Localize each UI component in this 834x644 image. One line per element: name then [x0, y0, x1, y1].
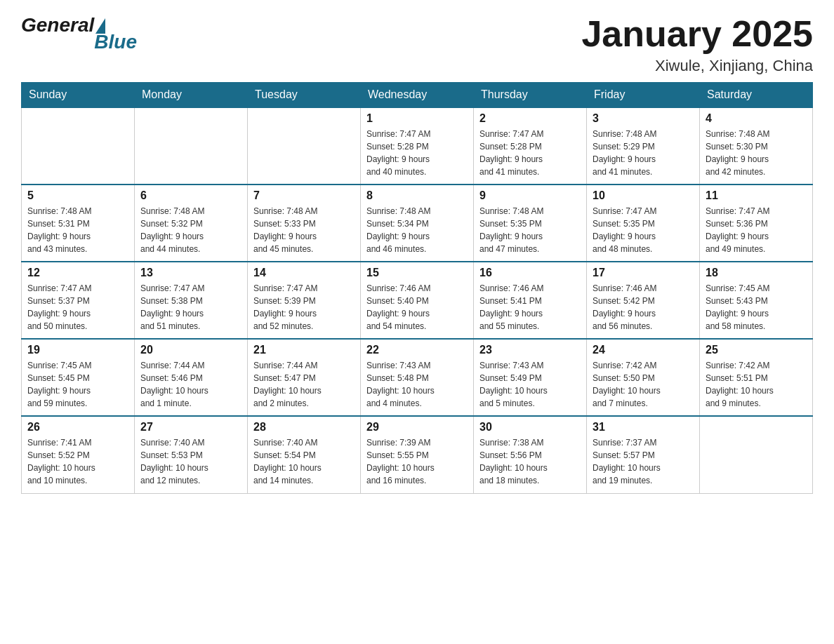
calendar-cell — [135, 107, 248, 185]
day-number: 22 — [366, 344, 468, 356]
day-info: Sunrise: 7:46 AM Sunset: 5:42 PM Dayligh… — [593, 282, 694, 333]
calendar-cell: 5Sunrise: 7:48 AM Sunset: 5:31 PM Daylig… — [22, 185, 135, 262]
logo: General General Blue — [21, 14, 137, 56]
day-info: Sunrise: 7:40 AM Sunset: 5:53 PM Dayligh… — [140, 436, 241, 487]
day-info: Sunrise: 7:41 AM Sunset: 5:52 PM Dayligh… — [27, 436, 128, 487]
calendar-cell: 11Sunrise: 7:47 AM Sunset: 5:36 PM Dayli… — [700, 185, 813, 262]
day-info: Sunrise: 7:37 AM Sunset: 5:57 PM Dayligh… — [593, 436, 694, 487]
calendar-cell: 8Sunrise: 7:48 AM Sunset: 5:34 PM Daylig… — [361, 185, 474, 262]
day-number: 18 — [706, 267, 807, 279]
day-info: Sunrise: 7:44 AM Sunset: 5:47 PM Dayligh… — [253, 359, 355, 410]
calendar-cell: 9Sunrise: 7:48 AM Sunset: 5:35 PM Daylig… — [474, 185, 587, 262]
calendar-cell: 31Sunrise: 7:37 AM Sunset: 5:57 PM Dayli… — [587, 416, 700, 493]
calendar-cell: 22Sunrise: 7:43 AM Sunset: 5:48 PM Dayli… — [361, 339, 474, 416]
day-info: Sunrise: 7:42 AM Sunset: 5:51 PM Dayligh… — [706, 359, 807, 410]
day-info: Sunrise: 7:48 AM Sunset: 5:31 PM Dayligh… — [27, 205, 128, 255]
calendar-cell: 24Sunrise: 7:42 AM Sunset: 5:50 PM Dayli… — [587, 339, 700, 416]
day-number: 26 — [27, 421, 128, 434]
calendar-cell: 12Sunrise: 7:47 AM Sunset: 5:37 PM Dayli… — [22, 262, 135, 339]
day-info: Sunrise: 7:48 AM Sunset: 5:29 PM Dayligh… — [593, 128, 694, 178]
day-number: 27 — [140, 421, 241, 434]
calendar-cell: 23Sunrise: 7:43 AM Sunset: 5:49 PM Dayli… — [474, 339, 587, 416]
calendar-week-2: 5Sunrise: 7:48 AM Sunset: 5:31 PM Daylig… — [22, 185, 813, 262]
day-number: 25 — [706, 344, 807, 356]
calendar-cell: 14Sunrise: 7:47 AM Sunset: 5:39 PM Dayli… — [248, 262, 361, 339]
calendar-cell: 4Sunrise: 7:48 AM Sunset: 5:30 PM Daylig… — [700, 107, 813, 185]
calendar-cell: 6Sunrise: 7:48 AM Sunset: 5:32 PM Daylig… — [135, 185, 248, 262]
calendar-cell: 30Sunrise: 7:38 AM Sunset: 5:56 PM Dayli… — [474, 416, 587, 493]
title-area: January 2025 Xiwule, Xinjiang, China — [581, 14, 813, 75]
calendar-cell: 2Sunrise: 7:47 AM Sunset: 5:28 PM Daylig… — [474, 107, 587, 185]
day-number: 17 — [593, 267, 694, 279]
day-info: Sunrise: 7:48 AM Sunset: 5:34 PM Dayligh… — [366, 205, 468, 255]
calendar-week-5: 26Sunrise: 7:41 AM Sunset: 5:52 PM Dayli… — [22, 416, 813, 493]
calendar-cell: 13Sunrise: 7:47 AM Sunset: 5:38 PM Dayli… — [135, 262, 248, 339]
calendar-table: SundayMondayTuesdayWednesdayThursdayFrid… — [21, 82, 813, 494]
day-info: Sunrise: 7:48 AM Sunset: 5:32 PM Dayligh… — [140, 205, 241, 255]
day-info: Sunrise: 7:42 AM Sunset: 5:50 PM Dayligh… — [593, 359, 694, 410]
calendar-cell: 26Sunrise: 7:41 AM Sunset: 5:52 PM Dayli… — [22, 416, 135, 493]
calendar-header-tuesday: Tuesday — [248, 83, 361, 108]
calendar-cell: 18Sunrise: 7:45 AM Sunset: 5:43 PM Dayli… — [700, 262, 813, 339]
day-number: 24 — [593, 344, 694, 356]
day-number: 13 — [140, 267, 241, 279]
month-title: January 2025 — [581, 14, 813, 54]
calendar-cell: 20Sunrise: 7:44 AM Sunset: 5:46 PM Dayli… — [135, 339, 248, 416]
day-info: Sunrise: 7:43 AM Sunset: 5:48 PM Dayligh… — [366, 359, 468, 410]
calendar-cell — [248, 107, 361, 185]
day-info: Sunrise: 7:47 AM Sunset: 5:37 PM Dayligh… — [27, 282, 128, 333]
day-info: Sunrise: 7:48 AM Sunset: 5:33 PM Dayligh… — [253, 205, 355, 255]
day-number: 23 — [479, 344, 581, 356]
calendar-header-sunday: Sunday — [22, 83, 135, 108]
day-info: Sunrise: 7:44 AM Sunset: 5:46 PM Dayligh… — [140, 359, 241, 410]
day-info: Sunrise: 7:47 AM Sunset: 5:28 PM Dayligh… — [366, 128, 468, 178]
day-number: 16 — [479, 267, 581, 279]
page-header: General General Blue January 2025 Xiwule… — [21, 14, 813, 75]
location-text: Xiwule, Xinjiang, China — [581, 57, 813, 75]
logo-blue-text: Blue — [94, 31, 137, 53]
calendar-week-1: 1Sunrise: 7:47 AM Sunset: 5:28 PM Daylig… — [22, 107, 813, 185]
calendar-cell: 29Sunrise: 7:39 AM Sunset: 5:55 PM Dayli… — [361, 416, 474, 493]
day-number: 4 — [706, 112, 807, 125]
calendar-cell — [22, 107, 135, 185]
calendar-cell: 7Sunrise: 7:48 AM Sunset: 5:33 PM Daylig… — [248, 185, 361, 262]
day-number: 20 — [140, 344, 241, 356]
day-info: Sunrise: 7:48 AM Sunset: 5:30 PM Dayligh… — [706, 128, 807, 178]
day-info: Sunrise: 7:47 AM Sunset: 5:38 PM Dayligh… — [140, 282, 241, 333]
calendar-cell: 28Sunrise: 7:40 AM Sunset: 5:54 PM Dayli… — [248, 416, 361, 493]
calendar-header-friday: Friday — [587, 83, 700, 108]
day-info: Sunrise: 7:45 AM Sunset: 5:45 PM Dayligh… — [27, 359, 128, 410]
day-info: Sunrise: 7:47 AM Sunset: 5:39 PM Dayligh… — [253, 282, 355, 333]
calendar-header-monday: Monday — [135, 83, 248, 108]
calendar-header-wednesday: Wednesday — [361, 83, 474, 108]
calendar-week-4: 19Sunrise: 7:45 AM Sunset: 5:45 PM Dayli… — [22, 339, 813, 416]
day-number: 2 — [479, 112, 581, 125]
day-number: 5 — [27, 189, 128, 202]
calendar-cell: 17Sunrise: 7:46 AM Sunset: 5:42 PM Dayli… — [587, 262, 700, 339]
calendar-cell: 19Sunrise: 7:45 AM Sunset: 5:45 PM Dayli… — [22, 339, 135, 416]
day-info: Sunrise: 7:39 AM Sunset: 5:55 PM Dayligh… — [366, 436, 468, 487]
day-number: 15 — [366, 267, 468, 279]
day-number: 19 — [27, 344, 128, 356]
day-info: Sunrise: 7:47 AM Sunset: 5:35 PM Dayligh… — [593, 205, 694, 255]
calendar-cell: 10Sunrise: 7:47 AM Sunset: 5:35 PM Dayli… — [587, 185, 700, 262]
day-number: 28 — [253, 421, 355, 434]
day-number: 10 — [593, 189, 694, 202]
day-number: 11 — [706, 189, 807, 202]
day-number: 8 — [366, 189, 468, 202]
day-number: 30 — [479, 421, 581, 434]
calendar-cell: 16Sunrise: 7:46 AM Sunset: 5:41 PM Dayli… — [474, 262, 587, 339]
day-info: Sunrise: 7:47 AM Sunset: 5:36 PM Dayligh… — [706, 205, 807, 255]
day-number: 29 — [366, 421, 468, 434]
day-info: Sunrise: 7:45 AM Sunset: 5:43 PM Dayligh… — [706, 282, 807, 333]
day-number: 1 — [366, 112, 468, 125]
day-info: Sunrise: 7:43 AM Sunset: 5:49 PM Dayligh… — [479, 359, 581, 410]
calendar-cell: 15Sunrise: 7:46 AM Sunset: 5:40 PM Dayli… — [361, 262, 474, 339]
calendar-cell: 21Sunrise: 7:44 AM Sunset: 5:47 PM Dayli… — [248, 339, 361, 416]
calendar-header-saturday: Saturday — [700, 83, 813, 108]
calendar-cell: 25Sunrise: 7:42 AM Sunset: 5:51 PM Dayli… — [700, 339, 813, 416]
day-info: Sunrise: 7:48 AM Sunset: 5:35 PM Dayligh… — [479, 205, 581, 255]
day-number: 7 — [253, 189, 355, 202]
day-number: 12 — [27, 267, 128, 279]
day-number: 3 — [593, 112, 694, 125]
